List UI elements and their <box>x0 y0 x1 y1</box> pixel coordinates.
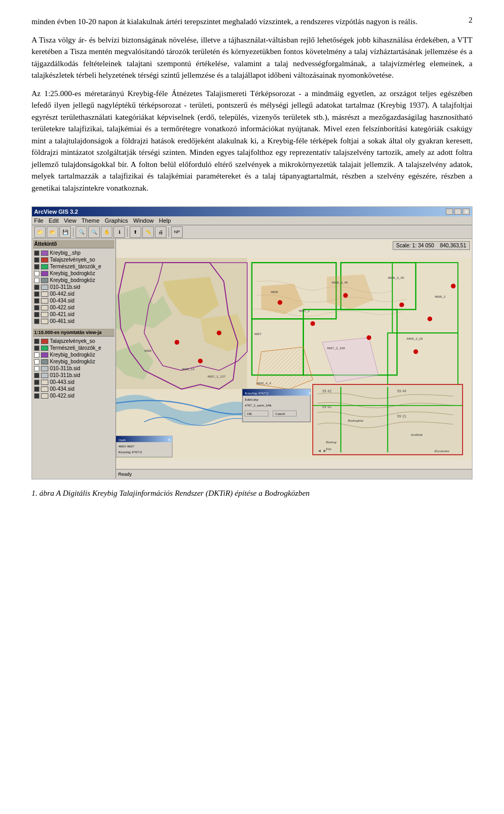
layer-checkbox[interactable] <box>34 373 39 378</box>
svg-text:Cancel: Cancel <box>275 412 285 415</box>
menu-theme[interactable]: Theme <box>81 217 99 224</box>
layer-item-kreybig-b1[interactable]: Kreybig_bodrogköz <box>33 270 114 277</box>
layer-checkbox[interactable] <box>34 291 39 297</box>
toolbar-save[interactable]: 💾 <box>59 226 71 238</box>
layer-item-010[interactable]: 010-311b.sid <box>33 284 114 290</box>
layer-checkbox[interactable] <box>34 352 39 358</box>
layer-color <box>41 278 48 283</box>
layer-item-461[interactable]: 00-461.sid <box>33 318 114 325</box>
layer2-kreybig-b2[interactable]: Kreybig_bodrogköz <box>33 358 114 365</box>
svg-text:4667_2_160: 4667_2_160 <box>327 346 345 350</box>
menu-view[interactable]: View <box>64 217 77 224</box>
close-button[interactable]: ✕ <box>463 208 470 215</box>
menu-help[interactable]: Help <box>159 217 171 224</box>
svg-point-12 <box>198 359 203 363</box>
menu-file[interactable]: File <box>34 217 44 224</box>
layer-checkbox[interactable] <box>34 278 39 283</box>
arcview-statusbar: Ready <box>116 469 472 478</box>
svg-text:◄ ►: ◄ ► <box>318 448 327 453</box>
svg-point-20 <box>451 284 456 288</box>
toolbar-pan[interactable]: ✋ <box>101 226 112 238</box>
layer2-443[interactable]: 00-443.sid <box>33 379 114 385</box>
layer-color <box>41 312 48 317</box>
toolbar-sep-3 <box>169 227 169 237</box>
toolbar-open[interactable]: 📂 <box>47 226 58 238</box>
layer-color <box>41 285 48 290</box>
svg-text:4665_4_4: 4665_4_4 <box>257 381 271 385</box>
layer2-termeszeti[interactable]: Természeti_tározók_e <box>33 345 114 351</box>
layer2-kreybig-b[interactable]: Kreybig_bodrogköz <box>33 351 114 358</box>
svg-text:✕: ✕ <box>167 438 171 442</box>
toolbar-measure[interactable]: 📏 <box>142 226 154 238</box>
layer-checkbox[interactable] <box>34 251 39 256</box>
svg-text:4668_2: 4668_2 <box>435 295 446 298</box>
toolbar-select[interactable]: ⬆ <box>130 226 141 238</box>
layer-item-termeszeti[interactable]: Természeti_tározók_e <box>33 263 114 270</box>
layer-color <box>41 264 48 269</box>
layer-checkbox[interactable] <box>34 366 39 371</box>
layer2-010b[interactable]: 010-311b.sid <box>33 372 114 379</box>
maximize-button[interactable]: □ <box>454 208 461 215</box>
toolbar-np[interactable]: NP <box>171 226 183 238</box>
layer-item-kreybig[interactable]: Kreybig_.shp <box>33 249 114 256</box>
svg-text:Bodrogköz: Bodrogköz <box>348 419 364 422</box>
layer-color <box>41 291 48 297</box>
toolbar-new[interactable]: 📁 <box>34 226 46 238</box>
layer-color <box>41 251 48 256</box>
svg-text:4668_3_45: 4668_3_45 <box>331 280 348 284</box>
layer-item-434[interactable]: 00-434.sid <box>33 297 114 304</box>
layer-item-talaj[interactable]: Talajszelvények_so <box>33 256 114 263</box>
layer-checkbox[interactable] <box>34 298 39 304</box>
minimize-button[interactable]: _ <box>446 208 453 215</box>
layer-checkbox[interactable] <box>34 339 39 344</box>
layer-color <box>41 352 48 358</box>
toolbar-zoom-out[interactable]: 🔍 <box>88 226 100 238</box>
layer-name: 00-421.sid <box>50 311 75 317</box>
layer-checkbox[interactable] <box>34 285 39 290</box>
layer-checkbox[interactable] <box>34 264 39 269</box>
layer2-422[interactable]: 00-422.sid <box>33 392 114 399</box>
scale-label: Scale: 1: 34 050 <box>396 243 434 248</box>
menu-edit[interactable]: Edit <box>49 217 59 224</box>
layer-item-kreybig-b2[interactable]: Kreybig_bodrogköz <box>33 277 114 284</box>
layer-checkbox[interactable] <box>34 393 39 399</box>
svg-point-21 <box>413 349 418 354</box>
layer-checkbox[interactable] <box>34 257 39 263</box>
arcview-title: ArcView GIS 3.2 <box>34 208 78 215</box>
toolbar-zoom-in[interactable]: 🔍 <box>76 226 87 238</box>
menu-graphics[interactable]: Graphics <box>105 217 128 224</box>
svg-text:39 42: 39 42 <box>322 389 332 393</box>
layer-item-421[interactable]: 00-421.sid <box>33 311 114 318</box>
arcview-sidebar: Áttekintő Kreybig_.shp Talajszelvények_s… <box>32 239 116 478</box>
layer2-434[interactable]: 00-434.sid <box>33 385 114 392</box>
layer-name: Természeti_tározók_e <box>50 264 101 269</box>
layer-checkbox[interactable] <box>34 312 39 317</box>
layer-checkbox[interactable] <box>34 346 39 351</box>
layer-name: 010-311b.sid <box>50 366 80 371</box>
layer-checkbox[interactable] <box>34 305 39 310</box>
layer-checkbox[interactable] <box>34 319 39 324</box>
layer-checkbox[interactable] <box>34 387 39 392</box>
menu-window[interactable]: Window <box>133 217 154 224</box>
layer-color <box>41 366 48 371</box>
layer-item-422[interactable]: 00-422.sid <box>33 304 114 311</box>
toolbar-print[interactable]: 🖨 <box>155 226 166 238</box>
layer-color <box>41 257 48 263</box>
layer-item-442[interactable]: 00-442.sid <box>33 290 114 297</box>
layer2-010[interactable]: 010-311b.sid <box>33 365 114 372</box>
sidebar-header-2: 1:15.000-es nyomtatás view-ja <box>33 329 114 337</box>
layer-color <box>41 359 48 364</box>
layer-name: 00-434.sid <box>50 386 75 392</box>
toolbar-identify[interactable]: ℹ <box>113 226 125 238</box>
layer-name: 00-422.sid <box>50 305 75 310</box>
layer-color <box>41 298 48 304</box>
layer-checkbox[interactable] <box>34 380 39 385</box>
arcview-menubar: File Edit View Theme Graphics Window Hel… <box>32 216 472 225</box>
layer-checkbox[interactable] <box>34 271 39 276</box>
layer2-talaj[interactable]: Talajszelvények_so <box>33 338 114 345</box>
layer-checkbox[interactable] <box>34 359 39 364</box>
svg-point-18 <box>400 302 404 307</box>
layer-name: 010-311b.sid <box>50 284 80 290</box>
map-svg: 4668 4668_3_45 4668_3_45 4667_1 4667 466… <box>116 239 472 478</box>
page-number: 2 <box>469 16 473 25</box>
